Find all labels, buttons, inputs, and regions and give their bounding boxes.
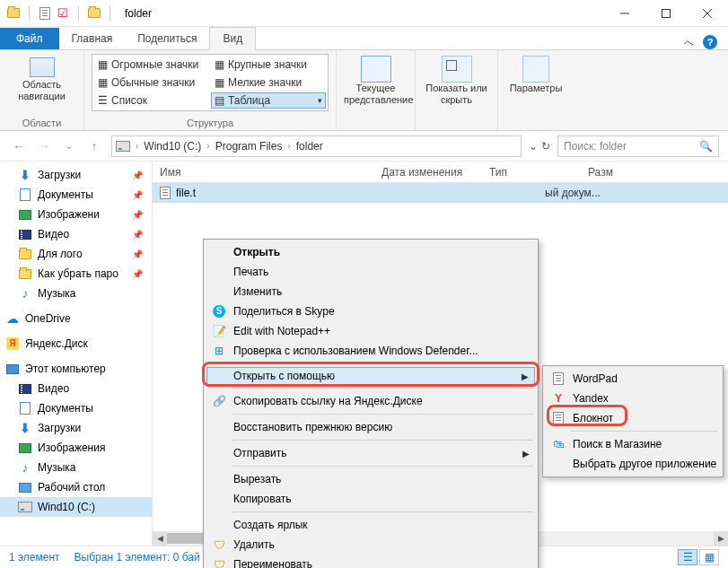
- col-date[interactable]: Дата изменения: [382, 166, 489, 179]
- sidebar-item[interactable]: ⬇Загрузки📌: [0, 165, 152, 185]
- ribbon-group-show-hide: Показать или скрыть: [416, 50, 498, 130]
- bc-seg-1[interactable]: Program Files: [215, 140, 283, 153]
- search-icon: 🔍: [699, 140, 713, 153]
- layout-list[interactable]: ☰Список: [94, 92, 209, 109]
- sidebar-item[interactable]: Wind10 (C:): [0, 497, 152, 517]
- sidebar-item[interactable]: ♪Музыка: [0, 458, 152, 477]
- nav-back-button[interactable]: ←: [9, 136, 29, 156]
- col-name[interactable]: Имя: [153, 166, 382, 179]
- submenu-item[interactable]: Y Yandex: [546, 389, 720, 408]
- ribbon-tabs: Файл Главная Поделиться Вид へ ?: [0, 27, 728, 50]
- options-icon[interactable]: [522, 56, 549, 83]
- qat-checkbox-icon[interactable]: ☑: [55, 5, 71, 22]
- sidebar-item[interactable]: Как убрать паро📌: [0, 264, 152, 284]
- context-menu: Открыть Печать Изменить S Поделиться в S…: [203, 239, 539, 568]
- qat-properties-icon[interactable]: [37, 5, 53, 22]
- help-icon[interactable]: ?: [703, 35, 717, 49]
- file-row[interactable]: file.t ый докум...: [153, 183, 728, 203]
- collapse-ribbon-icon[interactable]: へ: [684, 36, 694, 49]
- breadcrumb[interactable]: › Wind10 (C:)› Program Files› folder: [111, 135, 522, 157]
- sidebar-item[interactable]: Рабочий стол: [0, 477, 152, 497]
- menu-item[interactable]: Создать ярлык: [206, 515, 535, 535]
- tab-home[interactable]: Главная: [59, 28, 126, 49]
- thumbnails-view-toggle[interactable]: ▦: [699, 549, 719, 565]
- menu-item[interactable]: Открыть с помощью ▶: [206, 367, 535, 385]
- drive-icon: [116, 139, 130, 153]
- menu-item[interactable]: 📝 Edit with Notepad++: [206, 321, 535, 341]
- nav-pane-button[interactable]: Область навигации: [7, 54, 76, 101]
- sidebar-item[interactable]: ♪Музыка: [0, 284, 152, 303]
- menu-item[interactable]: Копировать: [206, 489, 535, 509]
- nav-history-button[interactable]: ⌄: [59, 136, 79, 156]
- menu-item-icon: [551, 371, 566, 386]
- bc-seg-2[interactable]: folder: [296, 140, 323, 153]
- sidebar-yandex-disk[interactable]: ЯЯндекс.Диск: [0, 334, 152, 354]
- menu-item[interactable]: Отправить ▶: [206, 443, 535, 463]
- layout-medium[interactable]: ▦Обычные значки: [94, 74, 209, 91]
- refresh-icon[interactable]: ↻: [541, 140, 550, 153]
- menu-item[interactable]: S Поделиться в Skype: [206, 301, 535, 321]
- submenu-item[interactable]: 🛍 Поиск в Магазине: [546, 434, 720, 454]
- bc-seg-0[interactable]: Wind10 (C:): [144, 140, 201, 153]
- menu-item[interactable]: 🛡 Переименовать: [206, 555, 535, 568]
- layout-huge[interactable]: ▦Огромные значки: [94, 57, 209, 73]
- ribbon-group-layout: ▦Огромные значки ▦Крупные значки ▦Обычны…: [84, 50, 337, 130]
- scroll-right-button[interactable]: ▶: [714, 531, 728, 546]
- sidebar-item[interactable]: Для лого📌: [0, 244, 152, 264]
- tab-file[interactable]: Файл: [0, 28, 59, 49]
- menu-item-icon: [212, 518, 226, 532]
- maximize-button[interactable]: [645, 0, 687, 27]
- menu-item[interactable]: Восстановить прежнюю версию: [206, 417, 535, 437]
- sidebar-item[interactable]: Документы: [0, 398, 152, 418]
- menu-item[interactable]: 🔗 Скопировать ссылку на Яндекс.Диске: [206, 391, 535, 411]
- sidebar-item[interactable]: Документы📌: [0, 185, 152, 205]
- text-file-icon: [160, 187, 171, 199]
- menu-separator: [571, 431, 718, 432]
- sidebar-this-pc[interactable]: Этот компьютер: [0, 359, 152, 379]
- search-input[interactable]: Поиск: folder 🔍: [557, 135, 719, 157]
- menu-item-icon: [212, 420, 226, 434]
- minimize-button[interactable]: [604, 0, 645, 27]
- sidebar-item[interactable]: Изображения: [0, 438, 152, 458]
- menu-item-icon: [212, 245, 226, 259]
- menu-item[interactable]: ⊞ Проверка с использованием Windows Defe…: [206, 341, 535, 361]
- menu-item-icon: 📝: [212, 324, 226, 338]
- menu-item[interactable]: 🛡 Удалить: [206, 535, 535, 555]
- menu-item-icon: [213, 369, 227, 383]
- menu-item[interactable]: Изменить: [206, 282, 535, 301]
- column-headers[interactable]: Имя Дата изменения Тип Разм: [153, 162, 728, 183]
- layout-large[interactable]: ▦Крупные значки: [211, 57, 326, 73]
- sidebar-onedrive[interactable]: ☁OneDrive: [0, 309, 152, 328]
- sidebar-item[interactable]: ⬇Загрузки: [0, 418, 152, 438]
- menu-item-icon: S: [212, 304, 226, 319]
- show-hide-icon[interactable]: [442, 56, 472, 83]
- col-type[interactable]: Тип: [489, 166, 588, 179]
- close-button[interactable]: [687, 0, 728, 27]
- menu-item[interactable]: Печать: [206, 262, 535, 282]
- sidebar: ⬇Загрузки📌Документы📌Изображени📌Видео📌Для…: [0, 162, 153, 546]
- submenu-arrow-icon: ▶: [522, 371, 529, 381]
- nav-up-button[interactable]: ↑: [84, 136, 104, 156]
- tab-share[interactable]: Поделиться: [125, 28, 209, 49]
- tab-view[interactable]: Вид: [209, 27, 256, 50]
- nav-forward-button[interactable]: →: [34, 136, 54, 156]
- layout-small[interactable]: ▦Мелкие значки: [211, 74, 326, 91]
- submenu-item[interactable]: WordPad: [546, 369, 720, 389]
- submenu-item[interactable]: Выбрать другое приложение: [546, 454, 720, 474]
- sidebar-item[interactable]: Видео📌: [0, 224, 152, 244]
- ribbon-group-panes: Область навигации Области: [0, 50, 84, 130]
- ribbon-group-options: Параметры: [498, 50, 574, 130]
- menu-separator: [232, 466, 533, 467]
- details-view-toggle[interactable]: ☰: [678, 549, 697, 565]
- menu-item[interactable]: Вырезать: [206, 469, 535, 489]
- breadcrumb-dropdown-icon[interactable]: ⌄: [529, 140, 538, 153]
- scroll-left-button[interactable]: ◀: [153, 531, 167, 546]
- menu-item-icon: 🛡: [212, 537, 226, 552]
- layout-details[interactable]: ▤Таблица▾: [211, 92, 326, 109]
- sidebar-item[interactable]: Изображени📌: [0, 205, 152, 224]
- col-size[interactable]: Разм: [588, 166, 728, 179]
- sidebar-item[interactable]: Видео: [0, 379, 152, 398]
- submenu-item[interactable]: Блокнот: [546, 408, 720, 428]
- menu-item[interactable]: Открыть: [206, 242, 535, 262]
- current-view-icon[interactable]: [361, 56, 391, 83]
